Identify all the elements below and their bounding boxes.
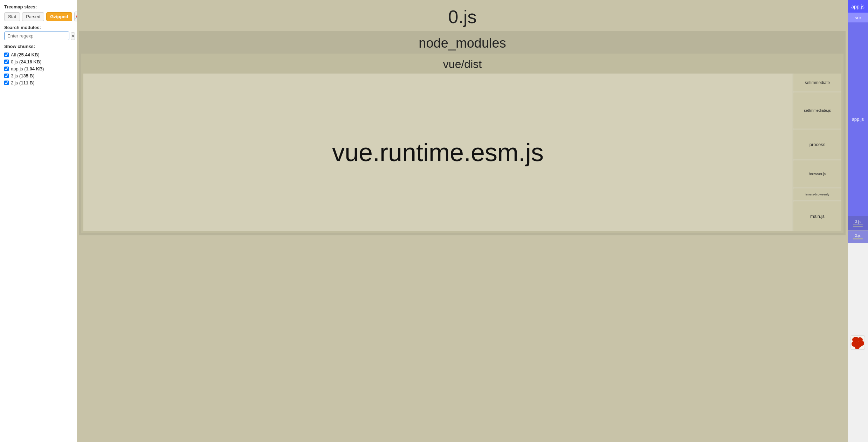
chunk-size-2js: 111 B xyxy=(21,80,33,85)
treemap-sizes-label: Treemap sizes: xyxy=(4,4,73,9)
rs-2js-lines xyxy=(853,238,863,240)
rs-3js-lines xyxy=(853,225,863,227)
chunk-item-appjs: app.js (1.04 KB) xyxy=(4,66,73,71)
search-modules-label: Search modules: xyxy=(4,25,73,30)
chunk-size-all: 25.44 KB xyxy=(19,52,38,57)
chunk-checkbox-appjs[interactable] xyxy=(4,67,9,71)
dot-line-3 xyxy=(853,238,863,239)
chunk-label-0js: 0.js (24.16 KB) xyxy=(11,59,41,64)
browser-js-block[interactable]: browser.js xyxy=(793,160,841,187)
search-input[interactable] xyxy=(4,32,69,40)
chunk-checkbox-0js[interactable] xyxy=(4,60,9,64)
vue-dist-block[interactable]: vue/dist vue.runtime.esm.js setimmediate… xyxy=(81,54,843,233)
setimmediate-block[interactable]: setimmediate xyxy=(793,74,841,91)
rs-appjs-top[interactable]: app.js xyxy=(848,0,868,13)
node-modules-title: node_modules xyxy=(79,34,846,54)
main-content: 0.js node_modules vue/dist vue.runtime.e… xyxy=(77,0,868,442)
rs-2js-label: 2.js xyxy=(855,234,861,237)
chunk-item-2js: 2.js (111 B) xyxy=(4,80,73,85)
svg-point-5 xyxy=(860,341,864,346)
treemap-area[interactable]: 0.js node_modules vue/dist vue.runtime.e… xyxy=(77,0,848,442)
treemap-root-title: 0.js xyxy=(77,0,848,31)
right-sidebar: app.js src app.js 3.js 2.js xyxy=(848,0,868,442)
vue-runtime-title: vue.runtime.esm.js xyxy=(332,138,544,167)
rs-appjs-main[interactable]: app.js xyxy=(848,22,868,216)
rs-3js[interactable]: 3.js xyxy=(848,216,868,230)
rs-2js[interactable]: 2.js xyxy=(848,230,868,243)
chunk-checkbox-2js[interactable] xyxy=(4,81,9,85)
rs-src[interactable]: src xyxy=(848,13,868,22)
treemap-sizes-row: Stat Parsed Gzipped 📌 ‹ xyxy=(4,12,73,21)
clear-search-button[interactable]: ✕ xyxy=(71,32,75,40)
chunk-label-all: All (25.44 KB) xyxy=(11,52,40,57)
svg-point-6 xyxy=(855,346,860,349)
sidebar: Treemap sizes: Stat Parsed Gzipped 📌 ‹ S… xyxy=(0,0,77,442)
rs-foamtree xyxy=(848,243,868,442)
stat-button[interactable]: Stat xyxy=(4,12,20,21)
chunk-checkbox-all[interactable] xyxy=(4,53,9,57)
chunk-size-3js: 135 B xyxy=(21,73,33,78)
chunk-item-all: All (25.44 KB) xyxy=(4,52,73,57)
node-modules-block[interactable]: node_modules vue/dist vue.runtime.esm.js… xyxy=(79,31,846,235)
chunk-size-0js: 24.16 KB xyxy=(21,59,40,64)
gzipped-button[interactable]: Gzipped xyxy=(46,12,72,21)
dot-line-4 xyxy=(853,240,863,240)
chunk-label-appjs: app.js (1.04 KB) xyxy=(11,66,44,71)
vue-runtime-block[interactable]: vue.runtime.esm.js xyxy=(83,74,792,231)
parsed-button[interactable]: Parsed xyxy=(22,12,44,21)
rs-3js-label: 3.js xyxy=(855,220,861,224)
main-js-block[interactable]: main.js xyxy=(793,201,841,231)
chunk-checkbox-3js[interactable] xyxy=(4,74,9,78)
vue-dist-title: vue/dist xyxy=(81,56,843,74)
foamtree-logo-icon xyxy=(850,335,866,350)
dot-line-1 xyxy=(853,225,863,225)
show-chunks-label: Show chunks: xyxy=(4,44,73,49)
chunk-size-appjs: 1.04 KB xyxy=(26,66,43,71)
process-block[interactable]: process xyxy=(793,130,841,159)
chunk-label-2js: 2.js (111 B) xyxy=(11,80,34,85)
chunk-label-3js: 3.js (135 B) xyxy=(11,73,34,78)
chunks-section: Show chunks: All (25.44 KB) 0.js (24.16 … xyxy=(4,44,73,85)
dot-line-2 xyxy=(853,226,863,227)
setimmediate-js-block[interactable]: setImmediate.js xyxy=(793,92,841,128)
timers-browserify-block[interactable]: timers-browserify xyxy=(793,188,841,200)
chunk-item-0js: 0.js (24.16 KB) xyxy=(4,59,73,64)
chunk-item-3js: 3.js (135 B) xyxy=(4,73,73,78)
